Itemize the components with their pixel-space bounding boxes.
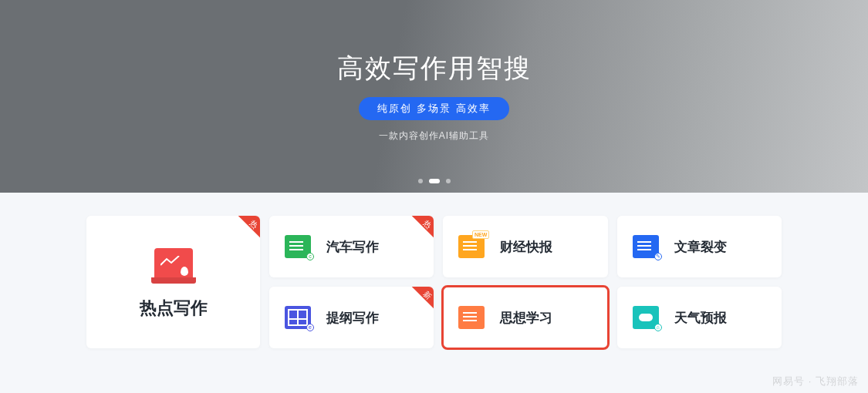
outline-writing-icon: e bbox=[283, 303, 312, 332]
card-outline-writing[interactable]: 新 e 提纲写作 bbox=[269, 287, 434, 348]
finance-news-icon: NEW bbox=[457, 232, 486, 261]
feature-grid: 热 热点写作 热 c 汽车写作 NEW 财经快报 ✎ 文章裂变 新 e bbox=[0, 193, 868, 348]
card-label: 汽车写作 bbox=[326, 238, 379, 256]
car-writing-icon: c bbox=[283, 232, 312, 261]
hero-subtitle: 一款内容创作AI辅助工具 bbox=[379, 129, 489, 143]
weather-icon: ⌂ bbox=[631, 303, 660, 332]
card-thought-study[interactable]: 思想学习 bbox=[443, 287, 607, 348]
card-label: 文章裂变 bbox=[674, 238, 727, 256]
watermark-text: 网易号 · 飞翔部落 bbox=[772, 375, 859, 388]
hero-title: 高效写作用智搜 bbox=[337, 51, 532, 86]
card-label: 思想学习 bbox=[500, 309, 552, 327]
ribbon-new: 新 bbox=[404, 287, 434, 316]
ribbon-hot: 热 bbox=[404, 216, 434, 245]
card-label: 热点写作 bbox=[140, 297, 208, 320]
article-split-icon: ✎ bbox=[631, 232, 660, 261]
card-label: 提纲写作 bbox=[326, 309, 379, 327]
card-finance-news[interactable]: NEW 财经快报 bbox=[443, 216, 607, 277]
card-label: 天气预报 bbox=[674, 309, 727, 327]
card-label: 财经快报 bbox=[500, 238, 552, 256]
card-car-writing[interactable]: 热 c 汽车写作 bbox=[269, 216, 434, 277]
card-weather[interactable]: ⌂ 天气预报 bbox=[617, 287, 782, 348]
carousel-dots[interactable] bbox=[418, 179, 451, 183]
hero-pill-button[interactable]: 纯原创 多场景 高效率 bbox=[359, 97, 508, 120]
carousel-dot[interactable] bbox=[418, 179, 423, 183]
card-hot-writing[interactable]: 热 热点写作 bbox=[86, 216, 260, 348]
hero-banner: 高效写作用智搜 纯原创 多场景 高效率 一款内容创作AI辅助工具 bbox=[0, 0, 868, 193]
carousel-dot[interactable] bbox=[446, 179, 451, 183]
card-article-split[interactable]: ✎ 文章裂变 bbox=[617, 216, 782, 277]
ribbon-hot: 热 bbox=[231, 216, 260, 245]
hot-writing-icon bbox=[152, 244, 195, 283]
thought-study-icon bbox=[457, 303, 486, 332]
carousel-dot-active[interactable] bbox=[429, 179, 440, 183]
